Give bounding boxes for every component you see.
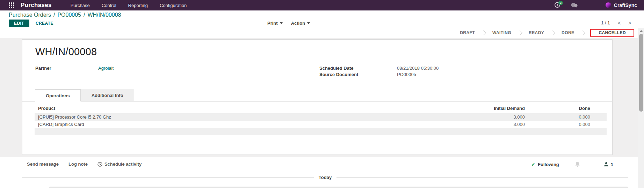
app-name[interactable]: Purchases [21,2,52,9]
vertical-scrollbar[interactable] [638,28,644,188]
scheduled-date-value: 08/21/2018 05:30:00 [397,65,439,72]
cell-product: [CPUi5] Processor Core i5 2.70 Ghz [35,113,385,121]
record-title: WH/IN/00008 [22,40,612,58]
activity-count-badge: 2 [558,1,563,5]
send-message-button[interactable]: Send message [27,161,59,167]
status-draft[interactable]: DRAFT [457,30,478,35]
print-dropdown-label: Print [267,21,278,26]
table-header-row: Product Initial Demand Done [35,105,607,113]
statusbar: DRAFT WAITING READY DONE CANCELLED [0,28,638,37]
cell-done: 0.000 [525,121,607,128]
messages-icon[interactable] [571,2,578,8]
breadcrumb-purchase-orders[interactable]: Purchase Orders [9,12,51,18]
pager-count: 1 / 1 [601,20,610,25]
pager: 1 / 1 < > [601,20,631,25]
top-navbar: Purchases Purchase Control Reporting Con… [0,0,644,10]
chevron-right-icon [580,30,585,35]
source-document-value: PO00005 [397,72,416,78]
scrollbar-thumb[interactable] [639,34,643,112]
action-dropdown[interactable]: Action [291,21,310,26]
activities-icon[interactable]: 2 [555,2,561,8]
chevron-right-icon [481,30,486,35]
status-ready[interactable]: READY [526,30,547,35]
chatter: Send message Log note Schedule activity … [0,157,638,188]
cell-initial-demand: 3.000 [385,121,525,128]
message-card-top-edge [49,187,628,188]
today-label: Today [319,175,332,180]
top-menu: Purchase Control Reporting Configuration [71,3,187,8]
column-header-initial-demand: Initial Demand [385,106,525,111]
table-row[interactable]: [CARD] Graphics Card 3.000 0.000 [35,121,607,128]
following-button[interactable]: ✓ Following [531,161,559,167]
field-groups: Partner Agrolait Scheduled Date 08/21/20… [35,65,599,78]
print-dropdown[interactable]: Print [267,21,283,26]
edit-button[interactable]: EDIT [9,20,29,27]
source-document-label: Source Document [319,72,397,78]
form-view-background: WH/IN/00008 Partner Agrolait Scheduled D… [0,38,638,157]
menu-configuration[interactable]: Configuration [160,3,187,8]
schedule-activity-button[interactable]: Schedule activity [97,161,142,167]
cell-done: 0.000 [525,113,607,121]
clock-icon [97,162,102,167]
cell-initial-demand: 3.000 [385,113,525,121]
chevron-right-icon [550,30,555,35]
company-logo [606,2,611,8]
form-sheet: WH/IN/00008 Partner Agrolait Scheduled D… [22,39,613,155]
following-label: Following [538,162,559,167]
chevron-right-icon [518,30,522,35]
person-icon [604,162,609,167]
followers-button[interactable]: 1 [604,162,613,167]
caret-down-icon [280,22,283,24]
create-button[interactable]: CREATE [36,21,53,26]
status-cancelled-active[interactable]: CANCELLED [599,30,626,35]
user-menu[interactable]: CraftSync [606,2,637,8]
tab-operations[interactable]: Operations [35,89,81,101]
table-row[interactable]: [CPUi5] Processor Core i5 2.70 Ghz 3.000… [35,113,607,121]
breadcrumb-current-record: WH/IN/00008 [87,12,121,18]
menu-control[interactable]: Control [102,3,116,8]
pager-previous-button[interactable]: < [617,20,621,25]
annotation-highlight-box: CANCELLED [590,29,634,37]
schedule-activity-label: Schedule activity [104,161,142,167]
scheduled-date-label: Scheduled Date [319,65,397,72]
status-done[interactable]: DONE [559,30,577,35]
breadcrumb-separator: / [81,12,87,18]
cell-product: [CARD] Graphics Card [35,121,385,128]
menu-reporting[interactable]: Reporting [128,3,148,8]
action-dropdown-label: Action [291,21,305,26]
partner-field-value[interactable]: Agrolait [98,65,114,72]
company-name: CraftSync [614,2,637,8]
pager-next-button[interactable]: > [628,20,631,25]
tab-additional-info[interactable]: Additional Info [81,89,134,101]
followers-count: 1 [611,162,613,167]
log-note-button[interactable]: Log note [68,161,88,167]
column-header-product: Product [35,106,385,111]
menu-purchase[interactable]: Purchase [71,3,90,8]
check-icon: ✓ [531,161,535,167]
table-row-empty [35,128,607,135]
breadcrumb-po00005[interactable]: PO00005 [57,12,81,18]
partner-field-label: Partner [35,65,98,72]
breadcrumb-separator: / [51,12,57,18]
bell-icon[interactable] [575,161,580,167]
caret-down-icon [307,22,310,24]
operations-table: Product Initial Demand Done [CPUi5] Proc… [35,105,607,135]
control-panel: Purchase Orders/PO00005/WH/IN/00008 EDIT… [0,10,644,28]
column-header-done: Done [525,106,607,111]
today-divider: Today [22,175,628,180]
status-waiting[interactable]: WAITING [490,30,514,35]
breadcrumb: Purchase Orders/PO00005/WH/IN/00008 [9,12,121,18]
apps-menu-icon[interactable] [9,2,14,8]
scroll-up-arrow-icon[interactable] [640,30,643,32]
notebook-tabs: Operations Additional Info [22,89,612,101]
